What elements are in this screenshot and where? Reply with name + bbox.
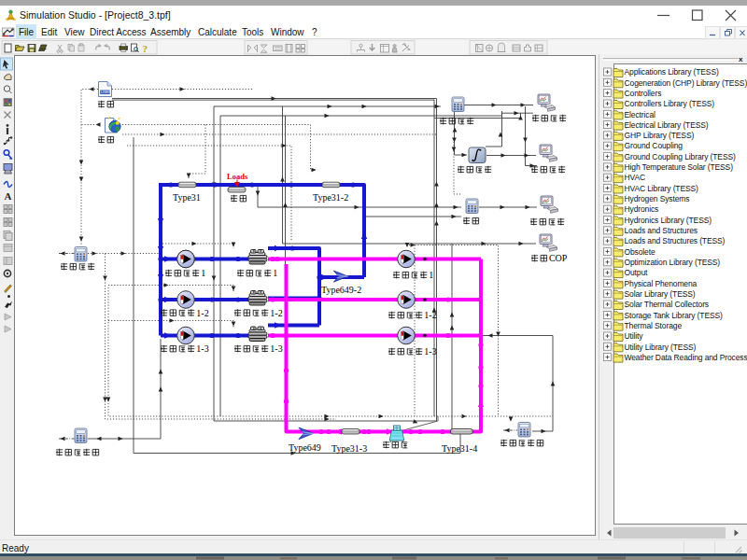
svg-text:Weather Data Reading and Proce: Weather Data Reading and Process xyxy=(625,353,747,362)
svg-text:Controllers Library (TESS): Controllers Library (TESS) xyxy=(625,99,715,108)
svg-text:Storage Tank Library (TESS): Storage Tank Library (TESS) xyxy=(625,311,724,320)
svg-text:Output: Output xyxy=(625,268,649,277)
svg-text:Loads and Structures: Loads and Structures xyxy=(625,226,698,235)
svg-text:Hydrogen Systems: Hydrogen Systems xyxy=(625,194,690,203)
svg-text:Type649-2: Type649-2 xyxy=(321,285,361,295)
svg-text:Hydronics Library (TESS): Hydronics Library (TESS) xyxy=(625,216,712,225)
svg-text:Electrical Library (TESS): Electrical Library (TESS) xyxy=(625,120,709,130)
svg-text:COP: COP xyxy=(549,253,568,263)
svg-text:Utility Library (TESS): Utility Library (TESS) xyxy=(625,343,697,352)
svg-text:1-3: 1-3 xyxy=(424,346,436,357)
svg-text:1: 1 xyxy=(429,270,433,280)
svg-text:Type649: Type649 xyxy=(289,442,321,453)
svg-text:Ground Coupling: Ground Coupling xyxy=(625,141,684,150)
svg-text:Type31: Type31 xyxy=(173,192,201,203)
svg-text:1-2: 1-2 xyxy=(270,308,282,318)
svg-text:1-2: 1-2 xyxy=(196,308,208,318)
svg-text:Thermal Storage: Thermal Storage xyxy=(625,321,683,330)
svg-text:Applications Library (TESS): Applications Library (TESS) xyxy=(625,67,719,77)
svg-text:Controllers: Controllers xyxy=(625,89,662,98)
svg-text:HVAC Library (TESS): HVAC Library (TESS) xyxy=(625,184,699,193)
svg-text:HVAC: HVAC xyxy=(625,173,646,182)
svg-text:Loads and Structures (TESS): Loads and Structures (TESS) xyxy=(625,236,726,245)
svg-text:Utility: Utility xyxy=(625,331,644,341)
svg-text:1-3: 1-3 xyxy=(196,343,208,354)
svg-text:GHP Library (TESS): GHP Library (TESS) xyxy=(625,131,695,140)
svg-text:Type31-4: Type31-4 xyxy=(442,443,477,454)
svg-text:Solar Thermal Collectors: Solar Thermal Collectors xyxy=(625,300,710,309)
svg-text:Cogeneration (CHP) Library (TE: Cogeneration (CHP) Library (TESS) xyxy=(625,78,747,88)
svg-text:1: 1 xyxy=(273,268,277,278)
svg-text:Physical Phenomena: Physical Phenomena xyxy=(625,279,698,288)
svg-text:Obsolete: Obsolete xyxy=(625,247,655,257)
svg-text:1-3: 1-3 xyxy=(270,343,282,354)
svg-text:Type31-2: Type31-2 xyxy=(313,192,348,203)
svg-text:Type31-3: Type31-3 xyxy=(331,443,367,454)
svg-text:1-2: 1-2 xyxy=(424,310,436,320)
svg-text:Solar Library (TESS): Solar Library (TESS) xyxy=(625,289,696,299)
svg-text:1: 1 xyxy=(201,268,205,278)
svg-text:High Temperature Solar (TESS): High Temperature Solar (TESS) xyxy=(625,162,734,172)
svg-text:Electrical: Electrical xyxy=(625,110,656,119)
svg-text:Hydronics: Hydronics xyxy=(625,204,659,214)
svg-text:Optimization Library (TESS): Optimization Library (TESS) xyxy=(625,258,721,267)
svg-text:Ground Coupling Library (TESS): Ground Coupling Library (TESS) xyxy=(625,152,737,161)
